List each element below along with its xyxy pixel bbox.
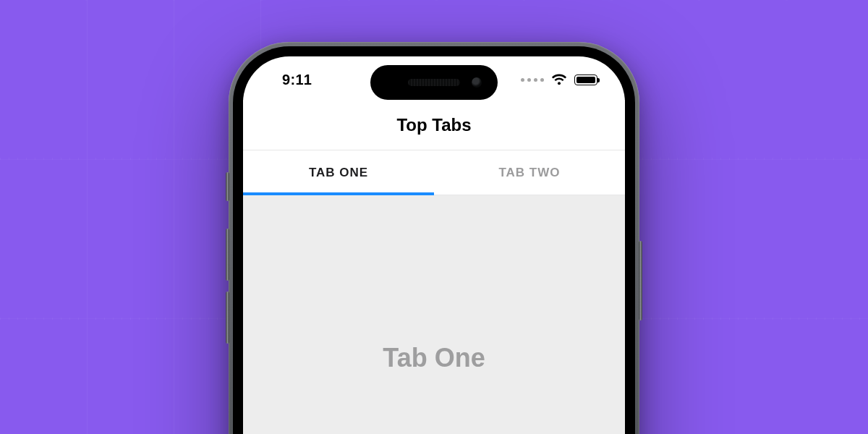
phone-frame: 9:11 <box>229 42 639 434</box>
app-header: Top Tabs <box>243 100 625 150</box>
wifi-icon <box>551 74 567 85</box>
tab-two[interactable]: TAB TWO <box>434 150 625 195</box>
tab-bar: TAB ONE TAB TWO <box>243 150 625 195</box>
content-title: Tab One <box>383 343 485 373</box>
tab-two-label: TAB TWO <box>498 166 560 180</box>
phone-bezel: 9:11 <box>233 46 635 434</box>
volume-up-button <box>226 229 229 281</box>
power-button <box>639 241 642 320</box>
battery-icon <box>574 75 597 85</box>
canvas-background: 9:11 <box>0 0 868 434</box>
tab-content: Tab One <box>243 195 625 434</box>
page-title: Top Tabs <box>396 115 471 135</box>
cellular-dots-icon <box>521 78 544 82</box>
tab-one[interactable]: TAB ONE <box>243 150 434 195</box>
volume-down-button <box>226 292 229 344</box>
status-bar: 9:11 <box>243 56 625 100</box>
status-time: 9:11 <box>282 72 312 88</box>
phone-screen: 9:11 <box>243 56 625 434</box>
tab-one-label: TAB ONE <box>309 166 368 180</box>
status-indicators <box>521 74 597 85</box>
silence-switch <box>226 172 229 201</box>
